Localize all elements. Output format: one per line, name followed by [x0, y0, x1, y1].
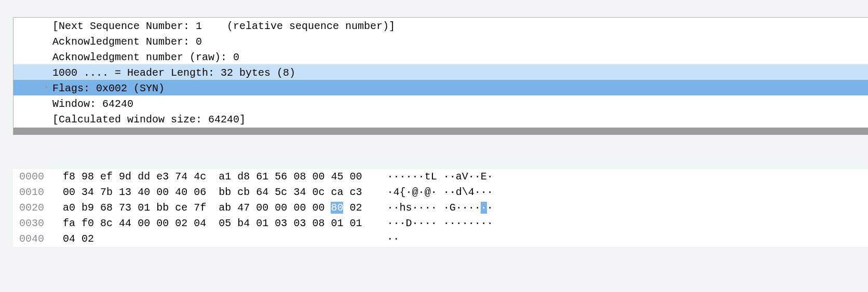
- packet-bytes-panel[interactable]: 0000 f8 98 ef 9d dd e3 74 4c a1 d8 61 56…: [13, 169, 868, 247]
- hex-byte[interactable]: f0: [82, 217, 94, 229]
- ascii-char[interactable]: h: [400, 202, 406, 214]
- ascii-char[interactable]: G: [450, 202, 456, 214]
- hex-byte[interactable]: 06: [194, 186, 206, 198]
- hex-byte[interactable]: 02: [82, 233, 94, 245]
- chevron-right-icon[interactable]: ›: [42, 81, 50, 93]
- hex-byte[interactable]: cb: [237, 186, 250, 198]
- ascii-char[interactable]: ·: [418, 202, 425, 214]
- hex-byte[interactable]: 73: [119, 202, 131, 214]
- hex-byte[interactable]: b4: [237, 217, 250, 229]
- ascii-char[interactable]: 4: [468, 186, 474, 198]
- ascii-char[interactable]: ·: [443, 186, 450, 198]
- ascii-char[interactable]: ·: [474, 202, 481, 214]
- hex-byte[interactable]: 80: [331, 202, 343, 214]
- details-row[interactable]: [Next Sequence Number: 1 (relative seque…: [13, 18, 868, 33]
- ascii-char[interactable]: ·: [456, 217, 462, 229]
- hex-byte[interactable]: 74: [175, 171, 187, 183]
- hex-byte[interactable]: 98: [82, 171, 94, 183]
- ascii-char[interactable]: ·: [474, 171, 481, 183]
- hex-byte[interactable]: 00: [156, 186, 169, 198]
- hex-byte[interactable]: c3: [349, 186, 362, 198]
- hex-byte[interactable]: 02: [349, 202, 362, 214]
- ascii-char[interactable]: ·: [468, 202, 474, 214]
- ascii-char[interactable]: L: [431, 171, 437, 183]
- hex-byte[interactable]: 00: [63, 186, 75, 198]
- ascii-char[interactable]: ·: [443, 202, 450, 214]
- ascii-char[interactable]: ·: [418, 171, 425, 183]
- hex-byte[interactable]: 01: [138, 202, 150, 214]
- ascii-char[interactable]: ·: [393, 233, 399, 245]
- hex-byte[interactable]: 01: [256, 217, 268, 229]
- hex-byte[interactable]: 04: [194, 217, 206, 229]
- hex-byte[interactable]: 45: [331, 171, 343, 183]
- hex-byte[interactable]: 40: [138, 186, 150, 198]
- hex-byte[interactable]: a1: [219, 171, 231, 183]
- ascii-char[interactable]: ·: [387, 233, 393, 245]
- hex-byte[interactable]: 01: [349, 217, 362, 229]
- ascii-char[interactable]: @: [412, 186, 418, 198]
- hex-byte[interactable]: ef: [100, 171, 113, 183]
- hex-byte[interactable]: 01: [331, 217, 343, 229]
- hex-byte[interactable]: 04: [63, 233, 75, 245]
- hex-byte[interactable]: 5c: [275, 186, 287, 198]
- ascii-char[interactable]: t: [425, 171, 431, 183]
- hex-byte[interactable]: fa: [63, 217, 75, 229]
- ascii-char[interactable]: ·: [387, 186, 394, 198]
- hex-byte[interactable]: 47: [237, 202, 250, 214]
- ascii-char[interactable]: ·: [425, 202, 431, 214]
- hex-byte[interactable]: 0c: [312, 186, 324, 198]
- details-row[interactable]: Window: 64240: [13, 95, 868, 111]
- ascii-char[interactable]: \: [462, 186, 468, 198]
- ascii-char[interactable]: 4: [394, 186, 400, 198]
- ascii-char[interactable]: @: [425, 186, 431, 198]
- ascii-char[interactable]: s: [406, 202, 412, 214]
- hex-byte[interactable]: 00: [312, 171, 324, 183]
- hex-byte[interactable]: 00: [138, 217, 150, 229]
- hex-byte[interactable]: e3: [156, 171, 169, 183]
- ascii-char[interactable]: ·: [443, 171, 450, 183]
- ascii-char[interactable]: ·: [418, 217, 425, 229]
- hex-byte[interactable]: 44: [119, 217, 131, 229]
- hex-byte[interactable]: ca: [331, 186, 343, 198]
- details-row[interactable]: 1000 .... = Header Length: 32 bytes (8): [13, 64, 868, 80]
- hex-byte[interactable]: a0: [63, 202, 75, 214]
- ascii-char[interactable]: ·: [412, 217, 418, 229]
- hex-byte[interactable]: 02: [175, 217, 187, 229]
- hex-byte[interactable]: ce: [175, 202, 187, 214]
- details-row[interactable]: ›Flags: 0x002 (SYN): [13, 80, 868, 95]
- hex-row[interactable]: 0030 fa f0 8c 44 00 00 02 04 05 b4 01 03…: [13, 216, 868, 231]
- ascii-char[interactable]: a: [456, 171, 462, 183]
- ascii-char[interactable]: ·: [394, 171, 400, 183]
- hex-byte[interactable]: bb: [156, 202, 169, 214]
- ascii-char[interactable]: ·: [481, 186, 487, 198]
- horizontal-scrollbar[interactable]: [13, 128, 868, 135]
- details-row[interactable]: [Calculated window size: 64240]: [13, 111, 868, 127]
- hex-byte[interactable]: 00: [293, 202, 306, 214]
- hex-byte[interactable]: 00: [349, 171, 362, 183]
- ascii-char[interactable]: ·: [431, 217, 437, 229]
- ascii-char[interactable]: ·: [474, 217, 481, 229]
- hex-byte[interactable]: 05: [219, 217, 231, 229]
- hex-byte[interactable]: 34: [293, 186, 306, 198]
- ascii-char[interactable]: ·: [387, 217, 394, 229]
- hex-row[interactable]: 0010 00 34 7b 13 40 00 40 06 bb cb 64 5c…: [13, 185, 868, 200]
- ascii-char[interactable]: ·: [412, 202, 418, 214]
- hex-byte[interactable]: d8: [237, 171, 250, 183]
- ascii-char[interactable]: ·: [400, 217, 406, 229]
- hex-row[interactable]: 0020 a0 b9 68 73 01 bb ce 7f ab 47 00 00…: [13, 200, 868, 216]
- ascii-char[interactable]: ·: [431, 202, 437, 214]
- ascii-char[interactable]: ·: [462, 202, 468, 214]
- hex-byte[interactable]: 00: [256, 202, 268, 214]
- hex-byte[interactable]: 40: [175, 186, 187, 198]
- hex-byte[interactable]: 56: [275, 171, 287, 183]
- hex-byte[interactable]: 64: [256, 186, 268, 198]
- ascii-char[interactable]: ·: [443, 217, 450, 229]
- hex-byte[interactable]: f8: [63, 171, 75, 183]
- ascii-char[interactable]: ·: [400, 171, 406, 183]
- hex-row[interactable]: 0040 04 02 ··: [13, 231, 868, 247]
- ascii-char[interactable]: ·: [450, 217, 456, 229]
- ascii-char[interactable]: V: [462, 171, 468, 183]
- ascii-char[interactable]: E: [481, 171, 487, 183]
- ascii-char[interactable]: ·: [474, 186, 481, 198]
- ascii-char[interactable]: d: [456, 186, 462, 198]
